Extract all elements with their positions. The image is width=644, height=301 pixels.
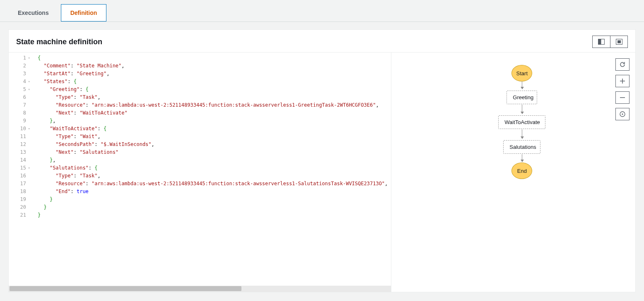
scrollbar-thumb[interactable] — [10, 286, 241, 291]
layout-button-group — [592, 36, 628, 48]
graph-node-end-label: End — [517, 168, 527, 174]
layout-center-button[interactable] — [610, 36, 627, 48]
definition-panel: State machine definition 1▾234▾5▾678910▾… — [8, 29, 636, 292]
tab-bar: Executions Definition — [0, 0, 644, 22]
svg-rect-1 — [598, 39, 601, 45]
graph-refresh-button[interactable] — [615, 58, 630, 71]
graph-node-salutations[interactable]: Salutations — [503, 140, 540, 154]
refresh-icon — [619, 61, 626, 68]
graph-area[interactable]: Start Greeting WaitToActivate Salutation… — [391, 61, 610, 300]
graph-arrow — [522, 129, 522, 139]
code-body[interactable]: { "Comment": "State Machine", "StartAt":… — [34, 53, 391, 286]
graph-node-wait-label: WaitToActivate — [504, 119, 540, 125]
graph-node-greeting-label: Greeting — [513, 94, 533, 100]
graph-node-wait[interactable]: WaitToActivate — [498, 115, 545, 129]
graph-node-start-label: Start — [516, 70, 528, 76]
minus-icon — [620, 95, 625, 100]
plus-icon — [620, 78, 625, 84]
graph-zoom-out-button[interactable] — [615, 91, 630, 104]
graph-arrow — [522, 154, 522, 162]
code-wrap[interactable]: 1▾234▾5▾678910▾1112131415▾161718192021 {… — [9, 53, 391, 286]
graph-arrow — [522, 105, 522, 114]
code-gutter: 1▾234▾5▾678910▾1112131415▾161718192021 — [9, 53, 34, 286]
layout-split-button[interactable] — [593, 36, 610, 48]
graph-panel: Start Greeting WaitToActivate Salutation… — [391, 53, 635, 292]
graph-zoom-in-button[interactable] — [615, 75, 630, 87]
graph-node-greeting[interactable]: Greeting — [507, 91, 537, 104]
panel-title: State machine definition — [16, 38, 102, 46]
target-icon — [619, 111, 626, 117]
layout-split-icon — [598, 39, 605, 45]
page-root: Executions Definition State machine defi… — [0, 0, 644, 301]
graph-arrow — [522, 81, 522, 89]
graph-node-salutations-label: Salutations — [509, 144, 536, 150]
panel-tools — [592, 36, 628, 48]
content-row: 1▾234▾5▾678910▾1112131415▾161718192021 {… — [9, 52, 635, 292]
graph-center-button[interactable] — [615, 108, 630, 120]
code-editor: 1▾234▾5▾678910▾1112131415▾161718192021 {… — [9, 53, 391, 292]
svg-rect-3 — [617, 41, 621, 43]
tab-executions[interactable]: Executions — [8, 4, 58, 22]
graph-controls — [615, 58, 630, 124]
svg-point-5 — [622, 113, 623, 115]
horizontal-scrollbar[interactable] — [9, 286, 391, 292]
layout-center-icon — [616, 39, 622, 45]
graph-node-start[interactable]: Start — [511, 65, 532, 81]
graph-node-end[interactable]: End — [511, 162, 532, 179]
panel-header: State machine definition — [9, 30, 635, 52]
tab-definition[interactable]: Definition — [61, 4, 107, 22]
